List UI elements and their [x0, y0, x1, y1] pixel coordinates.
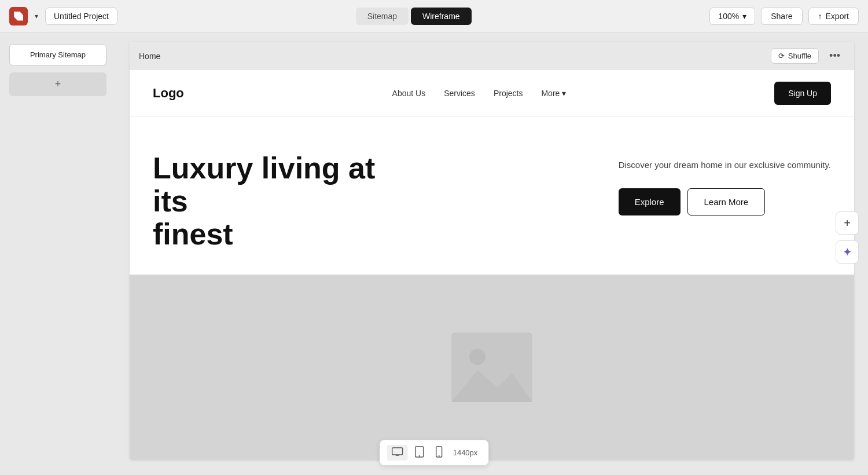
main-area: Primary Sitemap + Home ⟳ Shuffle ••• [0, 32, 868, 475]
page-frame: Home ⟳ Shuffle ••• Logo About Us Service [130, 42, 854, 460]
hero-subtitle: Discover your dream home in our exclusiv… [619, 159, 831, 172]
nav-more-label: More [541, 89, 560, 98]
explore-button[interactable]: Explore [619, 188, 681, 215]
app-logo-icon [14, 12, 23, 21]
svg-rect-3 [392, 448, 403, 455]
hero-left: Luxury living at its finest [153, 152, 407, 251]
image-placeholder [130, 275, 854, 460]
wireframe-tab[interactable]: Wireframe [411, 8, 472, 25]
svg-point-1 [469, 349, 486, 365]
nav-more-arrow-icon: ▾ [562, 89, 566, 98]
nav-more-dropdown[interactable]: More ▾ [541, 89, 566, 98]
tablet-icon [415, 446, 424, 458]
hero-title: Luxury living at its finest [153, 152, 407, 251]
add-page-button[interactable]: + [9, 72, 106, 96]
svg-point-7 [419, 455, 420, 456]
svg-point-9 [439, 455, 440, 456]
nav-signup-button[interactable]: Sign Up [774, 82, 831, 105]
zoom-level: 100% [718, 12, 739, 21]
nav-about-us[interactable]: About Us [392, 89, 426, 98]
toolbar: ▾ Untitled Project Sitemap Wireframe 100… [0, 0, 868, 32]
export-label: Export [826, 12, 849, 21]
tablet-device-button[interactable] [410, 444, 429, 462]
app-logo[interactable] [9, 7, 28, 25]
hero-right: Discover your dream home in our exclusiv… [619, 152, 831, 215]
nav-services[interactable]: Services [444, 89, 475, 98]
shuffle-icon: ⟳ [778, 52, 785, 60]
wireframe-content: Logo About Us Services Projects More ▾ S… [130, 70, 854, 460]
hero-section: Luxury living at its finest Discover you… [130, 117, 854, 275]
canvas-area: Home ⟳ Shuffle ••• Logo About Us Service [116, 32, 868, 475]
mobile-device-button[interactable] [431, 444, 447, 462]
toolbar-center: Sitemap Wireframe [124, 8, 703, 25]
primary-sitemap-button[interactable]: Primary Sitemap [9, 44, 106, 65]
toolbar-left: ▾ Untitled Project [9, 7, 117, 25]
hero-title-line1: Luxury living at its [153, 151, 375, 218]
ai-assistant-button[interactable]: ✦ [836, 240, 859, 264]
zoom-arrow-icon: ▾ [742, 12, 746, 21]
nav-projects[interactable]: Projects [494, 89, 523, 98]
shuffle-button[interactable]: ⟳ Shuffle [771, 48, 819, 64]
hero-buttons: Explore Learn More [619, 188, 831, 215]
toolbar-right: 100% ▾ Share ↑ Export [709, 8, 859, 25]
zoom-button[interactable]: 100% ▾ [709, 8, 755, 25]
right-actions: + ✦ [836, 211, 859, 264]
nav-logo: Logo [153, 86, 184, 101]
left-sidebar: Primary Sitemap + [0, 32, 116, 475]
export-icon: ↑ [818, 12, 822, 21]
more-options-button[interactable]: ••• [825, 48, 845, 64]
add-element-button[interactable]: + [836, 211, 859, 235]
mobile-icon [436, 446, 443, 458]
shuffle-label: Shuffle [788, 52, 811, 60]
desktop-device-button[interactable] [387, 445, 408, 461]
add-icon: + [844, 217, 851, 230]
share-button[interactable]: Share [761, 8, 802, 25]
desktop-icon [392, 447, 403, 456]
hero-title-line2: finest [153, 217, 233, 251]
project-name-button[interactable]: Untitled Project [45, 8, 117, 25]
nav-links: About Us Services Projects More ▾ [392, 89, 567, 98]
viewport-label: 1440px [450, 448, 481, 457]
nav-bar: Logo About Us Services Projects More ▾ S… [130, 70, 854, 117]
export-button[interactable]: ↑ Export [808, 8, 859, 25]
sitemap-tab[interactable]: Sitemap [356, 8, 409, 25]
bottom-bar: 1440px [380, 440, 489, 466]
learn-more-button[interactable]: Learn More [687, 188, 766, 215]
page-title: Home [139, 52, 160, 61]
page-header-actions: ⟳ Shuffle ••• [771, 48, 845, 64]
logo-dropdown-button[interactable]: ▾ [32, 10, 41, 23]
placeholder-image-icon [446, 327, 538, 408]
page-header-bar: Home ⟳ Shuffle ••• [130, 42, 854, 70]
ai-icon: ✦ [843, 245, 852, 259]
